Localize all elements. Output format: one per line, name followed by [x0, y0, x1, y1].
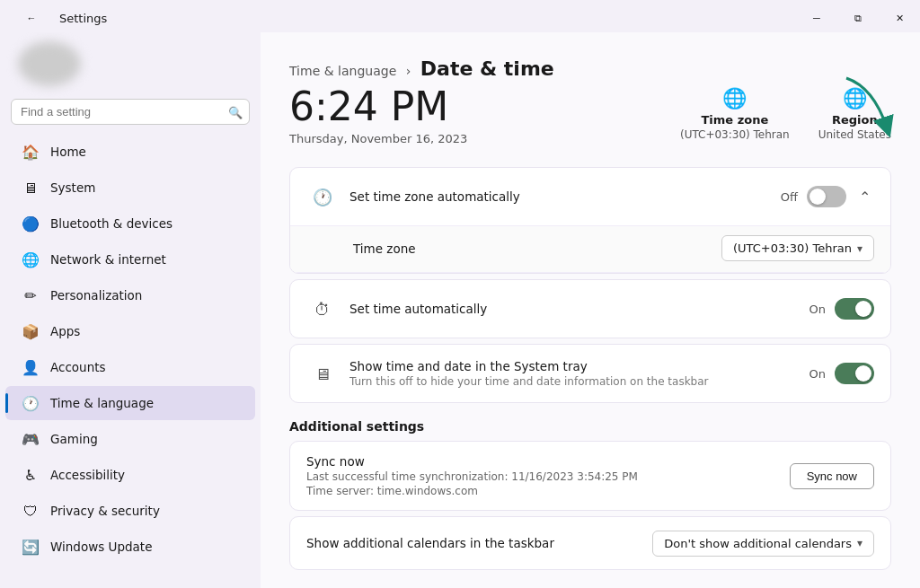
timezone-auto-card: 🕐 Set time zone automatically Off ⌃ Time…: [289, 167, 891, 274]
bluetooth-icon: 🔵: [22, 215, 40, 233]
current-time: 6:24 PM: [289, 87, 467, 127]
tray-toggle[interactable]: [835, 363, 874, 384]
update-icon: 🔄: [22, 538, 40, 556]
time-icon: 🕐: [22, 394, 40, 412]
region-info-block[interactable]: 🌐 Region United States: [818, 87, 891, 141]
sidebar: 🔍 🏠 Home 🖥 System 🔵 Bluetooth & devices …: [0, 32, 261, 588]
restore-button[interactable]: ⧉: [837, 2, 879, 34]
search-input[interactable]: [11, 99, 250, 125]
titlebar: ← Settings ─ ⧉ ✕: [0, 0, 920, 32]
sidebar-item-time[interactable]: 🕐 Time & language: [5, 386, 255, 420]
back-button[interactable]: ←: [11, 2, 52, 34]
breadcrumb: Time & language › Date & time: [289, 57, 891, 80]
time-auto-state: On: [809, 303, 826, 316]
region-globe-icon: 🌐: [843, 87, 867, 110]
privacy-icon: 🛡: [22, 502, 40, 520]
breadcrumb-parent[interactable]: Time & language: [289, 64, 396, 78]
sidebar-item-update[interactable]: 🔄 Windows Update: [5, 530, 255, 564]
sidebar-item-bluetooth[interactable]: 🔵 Bluetooth & devices: [5, 206, 255, 241]
time-auto-toggle[interactable]: [835, 298, 874, 320]
time-right-info: 🌐 Time zone (UTC+03:30) Tehran 🌐 Region …: [680, 87, 891, 141]
system-icon: 🖥: [22, 179, 40, 197]
timezone-auto-toggle[interactable]: [807, 186, 846, 207]
tray-row: 🖥 Show time and date in the System tray …: [290, 345, 890, 402]
calendar-select-arrow-icon: ▾: [857, 537, 862, 549]
tray-label: Show time and date in the System tray: [349, 359, 809, 373]
sidebar-item-gaming[interactable]: 🎮 Gaming: [5, 422, 255, 456]
sidebar-item-label: Gaming: [50, 432, 98, 446]
timezone-auto-state: Off: [781, 190, 798, 204]
timezone-label: Time zone: [701, 113, 768, 127]
network-icon: 🌐: [22, 250, 40, 268]
close-button[interactable]: ✕: [879, 2, 920, 34]
timezone-auto-expand-button[interactable]: ⌃: [855, 185, 874, 209]
sidebar-item-label: Home: [50, 145, 86, 159]
sidebar-item-label: Privacy & security: [50, 504, 160, 518]
gaming-icon: 🎮: [22, 430, 40, 448]
calendar-card: Show additional calendars in the taskbar…: [289, 516, 891, 570]
sync-title: Sync now: [306, 454, 790, 469]
calendar-controls: Don't show additional calendars ▾: [652, 531, 874, 557]
time-header: 6:24 PM Thursday, November 16, 2023 🌐 Ti…: [289, 87, 891, 145]
sidebar-item-system[interactable]: 🖥 System: [5, 171, 255, 205]
home-icon: 🏠: [22, 143, 40, 161]
time-auto-card: ⏱ Set time automatically On: [289, 279, 891, 338]
timezone-auto-row: 🕐 Set time zone automatically Off ⌃: [290, 168, 890, 226]
toggle-thumb: [855, 365, 871, 382]
minimize-button[interactable]: ─: [796, 2, 837, 34]
calendar-row: Show additional calendars in the taskbar…: [290, 517, 890, 569]
tray-text: Show time and date in the System tray Tu…: [349, 359, 809, 388]
sidebar-item-label: Accessibility: [50, 468, 125, 482]
sidebar-item-apps[interactable]: 📦 Apps: [5, 314, 255, 348]
timezone-sub-row: Time zone (UTC+03:30) Tehran ▾: [290, 226, 890, 273]
sidebar-item-personalization[interactable]: ✏️ Personalization: [5, 278, 255, 312]
personalization-icon: ✏️: [22, 286, 40, 304]
breadcrumb-separator: ›: [406, 64, 411, 78]
accounts-icon: 👤: [22, 358, 40, 376]
sidebar-item-accessibility[interactable]: ♿ Accessibility: [5, 458, 255, 492]
apps-icon: 📦: [22, 322, 40, 340]
sidebar-item-label: Time & language: [50, 396, 154, 410]
timezone-auto-label: Set time zone automatically: [349, 189, 781, 204]
toggle-thumb: [855, 301, 871, 317]
calendar-text: Show additional calendars in the taskbar: [306, 536, 652, 550]
current-date: Thursday, November 16, 2023: [289, 132, 467, 145]
sidebar-item-privacy[interactable]: 🛡 Privacy & security: [5, 494, 255, 528]
timezone-info-block: 🌐 Time zone (UTC+03:30) Tehran: [680, 87, 790, 141]
time-auto-icon: ⏱: [306, 293, 339, 325]
timezone-auto-controls: Off ⌃: [781, 185, 874, 209]
app-title: Settings: [59, 12, 107, 25]
sync-text: Sync now Last successful time synchroniz…: [306, 454, 790, 497]
time-auto-row: ⏱ Set time automatically On: [290, 280, 890, 338]
sidebar-item-home[interactable]: 🏠 Home: [5, 135, 255, 169]
time-auto-controls: On: [809, 298, 874, 320]
timezone-select-arrow-icon: ▾: [857, 242, 862, 255]
breadcrumb-current: Date & time: [420, 57, 554, 80]
window-controls: ─ ⧉ ✕: [796, 2, 920, 34]
tray-icon: 🖥: [306, 357, 339, 390]
avatar: [18, 41, 81, 86]
sidebar-item-label: Network & internet: [50, 252, 166, 267]
time-auto-label: Set time automatically: [349, 302, 809, 316]
sync-now-button[interactable]: Sync now: [790, 463, 874, 489]
sidebar-item-label: Personalization: [50, 288, 142, 303]
search-container: 🔍: [11, 99, 250, 125]
timezone-select-dropdown[interactable]: (UTC+03:30) Tehran ▾: [721, 235, 874, 261]
calendar-select-value: Don't show additional calendars: [664, 537, 852, 550]
timezone-select-value: (UTC+03:30) Tehran: [733, 241, 852, 255]
close-icon: ✕: [896, 13, 904, 24]
sync-card: Sync now Last successful time synchroniz…: [289, 441, 891, 511]
sync-server: Time server: time.windows.com: [306, 485, 790, 497]
sidebar-item-label: Windows Update: [50, 540, 152, 554]
sidebar-item-label: Bluetooth & devices: [50, 216, 172, 231]
tray-card: 🖥 Show time and date in the System tray …: [289, 344, 891, 403]
sidebar-item-label: System: [50, 180, 95, 195]
toggle-thumb: [809, 189, 826, 205]
timezone-auto-text: Set time zone automatically: [349, 189, 781, 204]
sidebar-item-network[interactable]: 🌐 Network & internet: [5, 242, 255, 276]
sidebar-item-accounts[interactable]: 👤 Accounts: [5, 350, 255, 384]
sidebar-item-label: Apps: [50, 324, 80, 338]
timezone-value: (UTC+03:30) Tehran: [680, 128, 790, 141]
minimize-icon: ─: [813, 13, 820, 23]
calendar-select-dropdown[interactable]: Don't show additional calendars ▾: [652, 531, 874, 557]
